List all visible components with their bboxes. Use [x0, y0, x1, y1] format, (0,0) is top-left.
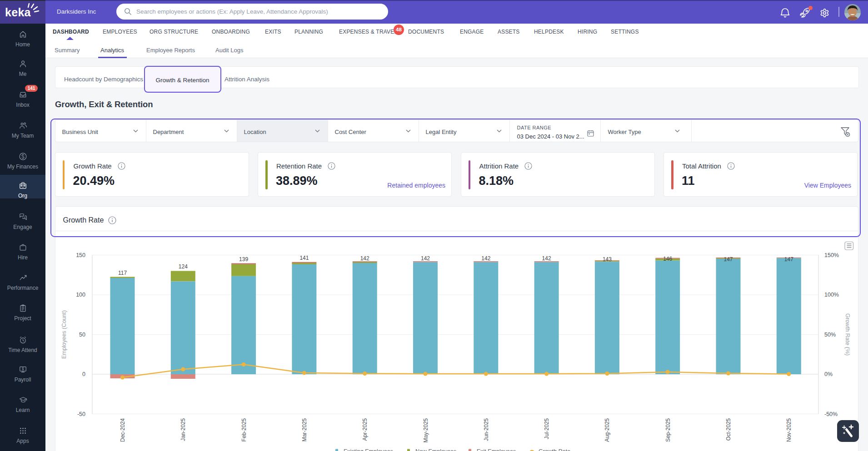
svg-text:141: 141	[299, 255, 309, 261]
svg-text:New Employees: New Employees	[415, 448, 456, 451]
svg-text:Jan-2025: Jan-2025	[180, 418, 186, 441]
svg-text:Existing Employees: Existing Employees	[344, 448, 393, 451]
svg-text:Nov-2025: Nov-2025	[786, 418, 792, 442]
svg-text:142: 142	[542, 255, 551, 262]
svg-text:150: 150	[76, 252, 85, 258]
svg-text:147: 147	[723, 256, 733, 263]
svg-text:50%: 50%	[824, 332, 836, 338]
svg-text:0%: 0%	[824, 371, 833, 377]
svg-text:100%: 100%	[824, 292, 839, 298]
svg-text:146: 146	[663, 256, 672, 262]
svg-text:147: 147	[784, 256, 793, 263]
svg-text:0: 0	[82, 371, 85, 377]
svg-text:143: 143	[603, 256, 612, 263]
svg-text:Feb-2025: Feb-2025	[241, 418, 247, 442]
svg-text:Oct-2025: Oct-2025	[725, 418, 732, 441]
svg-text:Jun-2025: Jun-2025	[483, 418, 489, 441]
svg-text:150%: 150%	[824, 252, 839, 258]
svg-text:100: 100	[76, 292, 85, 298]
svg-text:Jul-2025: Jul-2025	[544, 418, 550, 439]
svg-text:Growth Rate (%): Growth Rate (%)	[844, 313, 851, 356]
svg-text:124: 124	[179, 263, 188, 270]
svg-text:142: 142	[360, 255, 369, 262]
svg-text:Aug-2025: Aug-2025	[604, 418, 610, 442]
svg-text:Mar-2025: Mar-2025	[301, 418, 308, 442]
svg-text:May-2025: May-2025	[423, 418, 429, 443]
svg-text:Exit Employees: Exit Employees	[477, 448, 516, 451]
svg-text:-50: -50	[77, 411, 85, 417]
svg-text:Apr-2025: Apr-2025	[362, 418, 368, 441]
svg-text:142: 142	[421, 255, 430, 262]
svg-text:Growth Rate: Growth Rate	[539, 448, 570, 451]
svg-text:-50%: -50%	[824, 411, 838, 417]
svg-text:139: 139	[239, 256, 248, 263]
svg-text:Sep-2025: Sep-2025	[665, 418, 671, 442]
svg-text:117: 117	[118, 270, 127, 276]
svg-text:Employees (Count): Employees (Count)	[61, 310, 67, 359]
svg-text:142: 142	[481, 255, 490, 262]
svg-text:50: 50	[79, 332, 85, 338]
svg-text:Dec-2024: Dec-2024	[120, 418, 126, 442]
